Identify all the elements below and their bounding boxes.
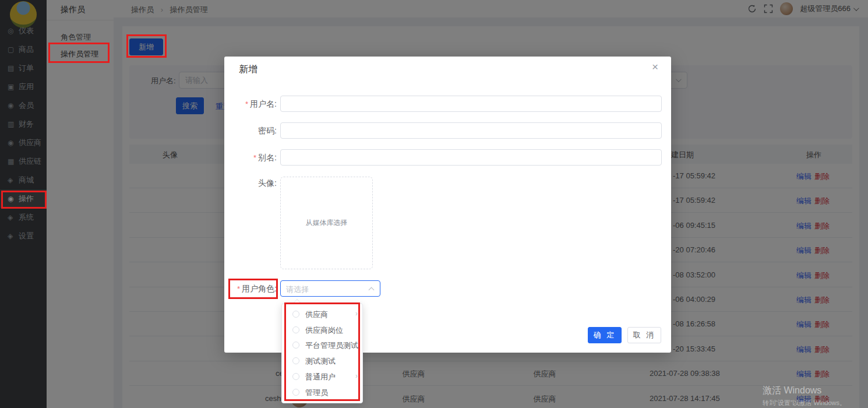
- role-option-管理员[interactable]: 管理员: [282, 385, 364, 400]
- role-select-placeholder: 请选择: [286, 284, 309, 295]
- media-library-button[interactable]: 从媒体库选择: [306, 218, 348, 228]
- role-field-label: *用户角色:: [224, 280, 277, 297]
- cancel-button[interactable]: 取 消: [627, 327, 661, 343]
- chevron-right-icon: ›: [355, 309, 358, 318]
- avatar-upload-box[interactable]: 从媒体库选择: [280, 177, 373, 269]
- alias-field[interactable]: [280, 149, 662, 166]
- username-field-label: *用户名:: [224, 96, 277, 112]
- role-dropdown-panel: 供应商›供应商岗位平台管理员测试测试测试普通用户›管理员: [281, 303, 363, 403]
- required-mark: *: [253, 153, 256, 162]
- username-field[interactable]: [280, 96, 662, 112]
- radio-icon[interactable]: [292, 357, 299, 364]
- role-option-label: 管理员: [305, 388, 328, 398]
- confirm-button[interactable]: 确 定: [588, 327, 622, 343]
- modal-title: 新增: [239, 64, 257, 76]
- radio-icon[interactable]: [292, 326, 299, 333]
- role-option-label: 测试测试: [305, 356, 336, 367]
- role-option-测试测试[interactable]: 测试测试: [282, 353, 364, 368]
- role-option-label: 普通用户: [305, 372, 336, 382]
- chevron-up-icon: [369, 287, 375, 293]
- role-option-label: 平台管理员测试: [305, 340, 358, 351]
- role-option-供应商岗位[interactable]: 供应商岗位: [282, 322, 364, 337]
- role-option-平台管理员测试[interactable]: 平台管理员测试: [282, 337, 364, 353]
- app-root: ◎仪表▢商品▤订单▣应用◉会员▥财务◉供应商▦供应链◈商城◉操作◈系统◈设置 操…: [0, 0, 868, 408]
- avatar-field-label: 头像:: [224, 175, 277, 191]
- alias-field-label: *别名:: [224, 149, 277, 166]
- radio-icon[interactable]: [292, 373, 299, 380]
- role-option-普通用户[interactable]: 普通用户›: [282, 369, 364, 384]
- radio-icon[interactable]: [292, 389, 299, 396]
- role-select[interactable]: 请选择: [280, 280, 380, 297]
- role-option-label: 供应商: [305, 309, 328, 320]
- radio-icon[interactable]: [292, 342, 299, 349]
- radio-icon[interactable]: [292, 311, 299, 318]
- chevron-right-icon: ›: [355, 372, 358, 380]
- role-option-供应商[interactable]: 供应商›: [282, 307, 364, 322]
- required-mark: *: [237, 284, 240, 293]
- password-field-label: 密码:: [224, 122, 277, 139]
- close-icon[interactable]: ×: [652, 61, 658, 72]
- required-mark: *: [245, 100, 248, 108]
- role-option-label: 供应商岗位: [305, 325, 343, 336]
- password-field[interactable]: [280, 122, 662, 139]
